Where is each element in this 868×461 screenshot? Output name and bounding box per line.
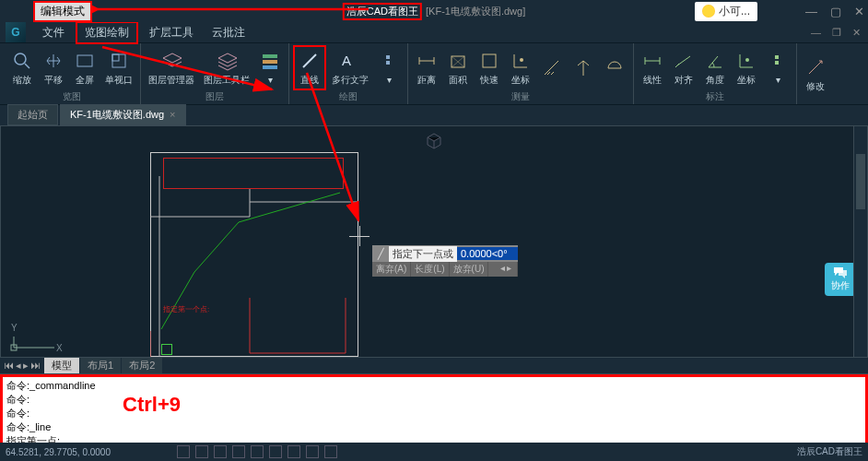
menubar: G 文件 览图绘制 扩层工具 云批注 — ❐ ✕	[0, 22, 868, 42]
dynprompt-opt-u[interactable]: 放弃(U)	[450, 262, 489, 277]
green-handle	[161, 344, 172, 355]
status-toggle-7[interactable]	[287, 445, 300, 458]
align-button[interactable]: 对齐	[669, 45, 698, 90]
linetype-button[interactable]: 线性	[638, 45, 667, 90]
layer-dropdown[interactable]: ▾	[255, 45, 285, 90]
measure-extra-2[interactable]	[569, 45, 598, 90]
status-toggle-4[interactable]	[232, 445, 245, 458]
user-label: 小可...	[719, 4, 750, 19]
single-viewport-button[interactable]: 单视口	[101, 45, 136, 90]
svg-rect-17	[483, 54, 496, 67]
ribbon-group-measure: 测量	[412, 90, 629, 104]
scroll-next[interactable]: ▸	[23, 360, 29, 372]
measure-extra-3[interactable]	[600, 45, 629, 90]
doc-min-button[interactable]: —	[811, 27, 821, 39]
status-toggle-3[interactable]	[214, 445, 227, 458]
collaborate-button[interactable]: 协作	[825, 263, 856, 296]
ribbon-group-layer: 图层	[145, 90, 285, 104]
status-toggle-8[interactable]	[306, 445, 319, 458]
dim-dropdown[interactable]: ▾	[763, 45, 792, 90]
quick-button[interactable]: 快速	[475, 45, 504, 90]
viewcube-icon[interactable]	[425, 132, 443, 150]
modify-button[interactable]: 修改	[801, 45, 830, 103]
user-icon	[702, 5, 715, 18]
svg-rect-3	[77, 55, 92, 66]
ctrl9-hint: Ctrl+9	[123, 397, 181, 411]
svg-rect-8	[263, 65, 277, 69]
fullscreen-button[interactable]: 全屏	[70, 45, 100, 90]
app-logo[interactable]: G	[6, 22, 26, 42]
layer-toolbar-button[interactable]: 图层工具栏	[200, 45, 253, 90]
status-toggle-5[interactable]	[251, 445, 264, 458]
layout-model[interactable]: 模型	[44, 358, 79, 373]
close-icon[interactable]: ×	[170, 109, 175, 120]
cmd-history-line: 命令:_commandline	[6, 379, 862, 393]
drawing-lines	[150, 152, 358, 357]
svg-line-2	[25, 64, 29, 68]
tab-doc[interactable]: KF-1电缆敷设图.dwg×	[60, 104, 186, 125]
status-toggle-9[interactable]	[324, 445, 337, 458]
draw-dropdown[interactable]: ▾	[374, 45, 404, 90]
svg-point-1	[15, 53, 26, 65]
vertical-scrollbar[interactable]	[853, 126, 867, 357]
mtext-button[interactable]: A多行文字	[328, 45, 372, 90]
coord-button[interactable]: 坐标	[506, 45, 535, 90]
status-brand: 浩辰CAD看图王	[797, 445, 862, 458]
coord2-button[interactable]: 坐标	[732, 45, 761, 90]
doc-tabstrip: 起始页 KF-1电缆敷设图.dwg×	[0, 105, 868, 125]
doc-close-button[interactable]: ✕	[852, 27, 861, 39]
dynprompt-label: 指定下一点或	[389, 246, 457, 262]
pan-button[interactable]: 平移	[39, 45, 68, 90]
status-coords: 64.5281, 29.7705, 0.0000	[6, 447, 111, 457]
layout-1[interactable]: 布局1	[80, 358, 121, 373]
ribbon-group-draw: 绘图	[293, 90, 404, 104]
zoom-button[interactable]: 缩放	[7, 45, 37, 90]
svg-point-18	[520, 58, 523, 62]
line-button[interactable]: 直线	[293, 45, 326, 90]
maximize-button[interactable]: ▢	[830, 5, 841, 18]
distance-button[interactable]: 距离	[412, 45, 441, 90]
ribbon-group-view: 览图	[7, 90, 136, 104]
command-window[interactable]: 命令:_commandline 命令: 命令: 命令:_line 指定第一点: …	[0, 374, 868, 446]
line-icon: ╱	[372, 245, 389, 262]
menu-file[interactable]: 文件	[35, 23, 72, 42]
close-button[interactable]: ✕	[854, 5, 864, 18]
svg-rect-7	[263, 60, 277, 64]
dynprompt-opt-a[interactable]: 离弃(A)	[372, 262, 411, 277]
dynamic-input[interactable]: ╱ 指定下一点或 0.0000<0° 离弃(A) 长度(L) 放弃(U) ◂▸	[372, 245, 518, 277]
chat-icon	[833, 266, 848, 279]
angle-button[interactable]: 角度	[700, 45, 730, 90]
doc-name: [KF-1电缆敷设图.dwg]	[426, 5, 525, 18]
statusbar: 64.5281, 29.7705, 0.0000 浩辰CAD看图王	[0, 443, 868, 461]
menu-browse-draw[interactable]: 览图绘制	[76, 21, 138, 44]
ribbon-group-dim: 标注	[638, 90, 792, 104]
svg-line-24	[675, 64, 679, 67]
scroll-prev[interactable]: ◂	[16, 360, 21, 372]
area-button[interactable]: 面积	[443, 45, 473, 90]
status-toggle-1[interactable]	[177, 445, 190, 458]
svg-rect-27	[775, 61, 779, 65]
dynprompt-value[interactable]: 0.0000<0°	[457, 247, 518, 260]
menu-ext-tools[interactable]: 扩层工具	[142, 23, 201, 42]
user-badge[interactable]: 小可...	[695, 2, 757, 21]
status-toggle-6[interactable]	[269, 445, 282, 458]
status-toggle-2[interactable]	[195, 445, 208, 458]
scroll-last[interactable]: ⏭	[30, 360, 41, 372]
titlebar: 编辑模式 浩辰CAD看图王 [KF-1电缆敷设图.dwg] 小可... — ▢ …	[0, 0, 868, 22]
minimize-button[interactable]: —	[805, 5, 817, 18]
layout-2[interactable]: 布局2	[122, 358, 162, 373]
doc-restore-button[interactable]: ❐	[832, 27, 841, 39]
svg-rect-26	[775, 55, 779, 59]
tab-start[interactable]: 起始页	[7, 104, 58, 125]
drawing-canvas[interactable]: 指定第一个点: ╱ 指定下一点或 0.0000<0° 离弃(A) 长度(L) 放…	[0, 125, 868, 358]
ribbon: 缩放 平移 全屏 单视口 览图 图层管理器 图层工具栏 ▾ 图层 直线 A多行文…	[0, 42, 868, 105]
edit-mode-indicator: 编辑模式	[33, 1, 92, 22]
scroll-first[interactable]: ⏮	[4, 360, 14, 372]
measure-extra-1[interactable]	[537, 45, 567, 90]
layout-tabstrip: ⏮ ◂ ▸ ⏭ 模型 布局1 布局2	[0, 358, 868, 374]
menu-cloud-annot[interactable]: 云批注	[205, 23, 252, 42]
dynprompt-opt-l[interactable]: 长度(L)	[411, 262, 449, 277]
svg-rect-6	[263, 54, 277, 58]
layer-manager-button[interactable]: 图层管理器	[145, 45, 198, 90]
dynprompt-nav[interactable]: ◂▸	[497, 262, 518, 277]
